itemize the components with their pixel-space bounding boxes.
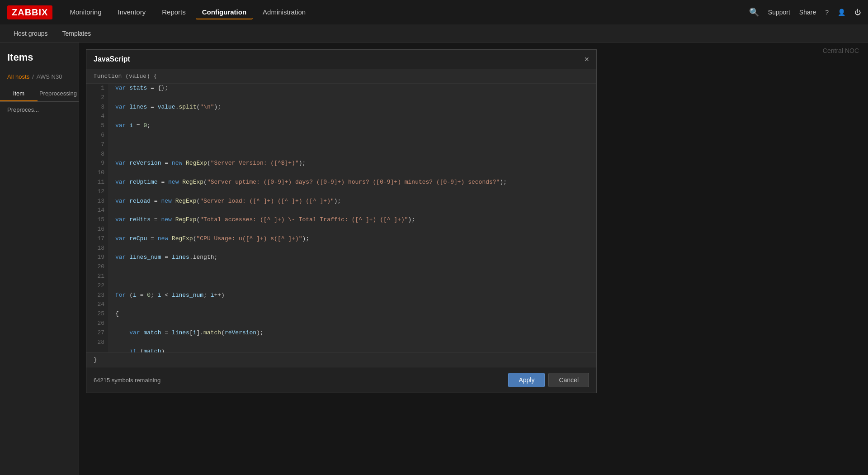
- main-area: Central NOC JavaScript × function (value…: [79, 43, 868, 475]
- nav-administration[interactable]: Administration: [256, 5, 312, 19]
- line-numbers: 1234 5678 9101112 13141516 17181920 2122…: [86, 84, 108, 352]
- nav-monitoring[interactable]: Monitoring: [63, 5, 108, 19]
- sidebar-preprocessing-section: Preproces...: [0, 102, 79, 118]
- search-icon[interactable]: 🔍: [749, 7, 759, 17]
- nav-configuration[interactable]: Configuration: [196, 5, 253, 19]
- support-link[interactable]: Support: [768, 9, 790, 16]
- function-header: function (value) {: [86, 69, 596, 84]
- nav-right: 🔍 Support Share ? 👤 ⏻: [749, 7, 861, 17]
- function-footer: }: [86, 352, 596, 367]
- nav-reports[interactable]: Reports: [156, 5, 192, 19]
- subnav: Host groups Templates: [0, 24, 868, 43]
- subnav-templates[interactable]: Templates: [56, 26, 97, 41]
- footer-buttons: Apply Cancel: [508, 373, 589, 387]
- modal-footer: 64215 symbols remaining Apply Cancel: [86, 367, 596, 393]
- nav-inventory[interactable]: Inventory: [112, 5, 152, 19]
- help-icon[interactable]: ?: [825, 9, 829, 16]
- modal-overlay: JavaScript × function (value) { 1234 567…: [79, 43, 868, 475]
- sidebar-title: Items: [0, 47, 79, 71]
- modal-close-button[interactable]: ×: [584, 55, 589, 63]
- layout: Items All hosts / AWS N30 Item Preproces…: [0, 43, 868, 475]
- power-icon[interactable]: ⏻: [854, 9, 861, 16]
- sidebar-tabs: Item Preprocessing: [0, 86, 79, 102]
- user-icon[interactable]: 👤: [838, 9, 845, 16]
- modal-title: JavaScript: [94, 55, 130, 63]
- breadcrumb-all-hosts[interactable]: All hosts: [7, 73, 29, 80]
- topnav: ZABBIX Monitoring Inventory Reports Conf…: [0, 0, 868, 24]
- breadcrumb-current: AWS N30: [37, 73, 62, 80]
- symbols-remaining: 64215 symbols remaining: [94, 377, 160, 384]
- tab-item[interactable]: Item: [0, 86, 38, 101]
- code-content[interactable]: var stats = {}; var lines = value.split(…: [108, 84, 596, 352]
- sidebar: Items All hosts / AWS N30 Item Preproces…: [0, 43, 79, 475]
- subnav-host-groups[interactable]: Host groups: [7, 26, 54, 41]
- share-link[interactable]: Share: [799, 9, 816, 16]
- code-editor[interactable]: function (value) { 1234 5678 9101112 131…: [86, 69, 596, 367]
- breadcrumb-separator: /: [32, 73, 34, 80]
- nav-links: Monitoring Inventory Reports Configurati…: [63, 5, 738, 19]
- breadcrumb: All hosts / AWS N30: [0, 71, 79, 83]
- logo: ZABBIX: [7, 5, 52, 19]
- apply-button[interactable]: Apply: [508, 373, 545, 387]
- code-body[interactable]: 1234 5678 9101112 13141516 17181920 2122…: [86, 84, 596, 352]
- javascript-modal: JavaScript × function (value) { 1234 567…: [86, 49, 597, 393]
- cancel-button[interactable]: Cancel: [548, 373, 589, 387]
- modal-header: JavaScript ×: [86, 50, 596, 69]
- tab-preprocessing[interactable]: Preprocessing: [38, 86, 79, 101]
